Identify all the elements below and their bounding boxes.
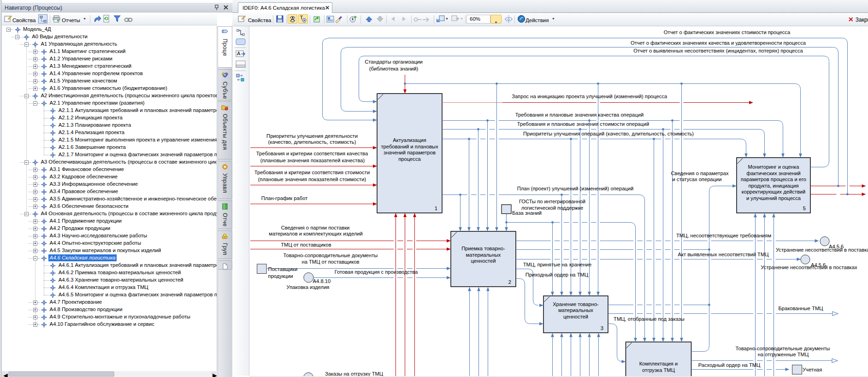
svg-text:Требования и плановые значения: Требования и плановые значения качества …: [515, 112, 644, 118]
svg-text:Отчет о выявленных несоответст: Отчет о выявленных несоответствиях (инци…: [633, 48, 803, 53]
svg-text:продукции: продукции: [268, 273, 293, 279]
svg-text:и улучшений процесса: и улучшений процесса: [746, 195, 801, 201]
svg-text:Поставщики: Поставщики: [268, 266, 298, 272]
svg-text:Сведения о параметрах: Сведения о параметрах: [671, 171, 729, 176]
svg-text:Расходный ордер на ТМЦ: Расходный ордер на ТМЦ: [698, 362, 761, 368]
svg-text:материальных: материальных: [558, 307, 593, 313]
svg-text:Устранение несоответствий в по: Устранение несоответствий в поставках: [761, 265, 857, 270]
svg-text:Акт выявленных несоответствий: Акт выявленных несоответствий ТМЦ: [678, 252, 769, 257]
svg-text:Приоритеты улучшения деятельно: Приоритеты улучшения деятельности: [266, 133, 358, 139]
svg-text:материальных: материальных: [466, 252, 501, 258]
svg-text:Устранение несоответствий в по: Устранение несоответствий в поставках: [776, 247, 868, 253]
svg-text:Товарно-сопроводительные докум: Товарно-сопроводительные документы: [736, 346, 830, 351]
svg-text:ТМЦ, принятые на хранение: ТМЦ, принятые на хранение: [523, 262, 592, 267]
svg-text:(плановые значения показателей: (плановые значения показателей качества): [260, 158, 365, 163]
svg-text:требований и плановых: требований и плановых: [381, 144, 438, 149]
svg-text:A4.8.10: A4.8.10: [313, 278, 331, 284]
svg-text:3: 3: [601, 325, 603, 331]
svg-text:ТМЦ, отобранные под заказы: ТМЦ, отобранные под заказы: [614, 316, 685, 322]
svg-text:Приоритеты улучшения операций: Приоритеты улучшения операций (качество,…: [523, 131, 694, 136]
svg-text:ТМЦ от поставщиков: ТМЦ от поставщиков: [281, 242, 331, 247]
svg-text:(качество, длительность, стоим: (качество, длительность, стоимость): [268, 139, 356, 145]
svg-text:ценностей: ценностей: [563, 314, 588, 319]
svg-text:План (проект) улучшений (измен: План (проект) улучшений (изменений) опер…: [517, 186, 634, 191]
svg-text:ГОСТы по интегрированной: ГОСТы по интегрированной: [519, 199, 585, 204]
svg-text:продукта, инициация: продукта, инициация: [748, 183, 798, 188]
svg-text:Сведения о партии поставки: Сведения о партии поставки: [281, 225, 350, 230]
svg-text:процесса: процесса: [398, 156, 421, 162]
svg-text:Требования и критерии соответс: Требования и критерии соответствия стоим…: [254, 170, 370, 175]
svg-text:Учетная: Учетная: [803, 367, 822, 372]
svg-text:Актуализация: Актуализация: [393, 137, 426, 143]
svg-text:ценностей: ценностей: [471, 258, 496, 264]
svg-text:отгрузка ТМЦ: отгрузка ТМЦ: [642, 367, 675, 373]
svg-text:A: A: [237, 51, 241, 56]
svg-text:ТМЦ, несоответствующие требова: ТМЦ, несоответствующие требованиям: [676, 233, 771, 238]
svg-text:Готовая продукция с производст: Готовая продукция с производства: [335, 269, 418, 275]
svg-text:Стандарты организации: Стандарты организации: [365, 59, 423, 65]
svg-text:5: 5: [803, 206, 806, 211]
svg-text:корректирующих действий: корректирующих действий: [742, 189, 806, 194]
svg-text:на отгруженные ТМЦ: на отгруженные ТМЦ: [758, 352, 809, 357]
svg-text:Приемка товарно-: Приемка товарно-: [461, 246, 505, 251]
svg-text:Запрос на инициацию проекта ул: Запрос на инициацию проекта улучшений (и…: [512, 94, 667, 99]
svg-text:логистической поддержке: логистической поддержке: [521, 205, 584, 211]
svg-text:Требования и критерии соответс: Требования и критерии соответствия качес…: [256, 151, 368, 156]
svg-text:Мониторинг и оценка: Мониторинг и оценка: [748, 164, 800, 170]
svg-text:Упаковка изделия: Упаковка изделия: [287, 284, 330, 290]
svg-text:Товарно-сопроводительные докум: Товарно-сопроводительные документы: [283, 253, 378, 258]
svg-text:База знаний: База знаний: [512, 210, 542, 216]
svg-text:и статусах операции: и статусах операции: [672, 177, 721, 182]
svg-text:материалов и комплектующих изд: материалов и комплектующих изделий: [269, 231, 363, 236]
svg-text:параметров процесса и его: параметров процесса и его: [741, 177, 806, 182]
svg-text:на ТМЦ от поставщиков: на ТМЦ от поставщиков: [302, 259, 360, 265]
svg-text:значений параметров: значений параметров: [384, 150, 436, 155]
svg-text:фактических значений: фактических значений: [746, 171, 800, 176]
svg-text:A: A: [291, 16, 295, 22]
svg-text:Бракованные ТМЦ: Бракованные ТМЦ: [778, 306, 823, 311]
svg-text:(плановые значения показателей: (плановые значения показателей стоимости…: [258, 177, 366, 182]
svg-text:Хранение товарно-: Хранение товарно-: [553, 301, 599, 307]
svg-text:Отчет о фактических значениях: Отчет о фактических значениях качества и…: [631, 40, 806, 46]
svg-text:2: 2: [508, 279, 511, 285]
svg-text:Отчет о фактических значениях: Отчет о фактических значениях стоимости …: [664, 29, 791, 35]
svg-text:1: 1: [435, 206, 437, 211]
svg-text:Приходный ордер на ТМЦ: Приходный ордер на ТМЦ: [526, 272, 589, 277]
svg-text:Требования и плановые значения: Требования и плановые значения стоимости…: [517, 121, 650, 127]
svg-text:A4.5.6: A4.5.6: [829, 244, 844, 249]
svg-text:План-график работ: План-график работ: [261, 195, 308, 201]
svg-text:Комплектация и: Комплектация и: [639, 361, 678, 366]
svg-text:(библиотека знаний): (библиотека знаний): [369, 66, 419, 71]
